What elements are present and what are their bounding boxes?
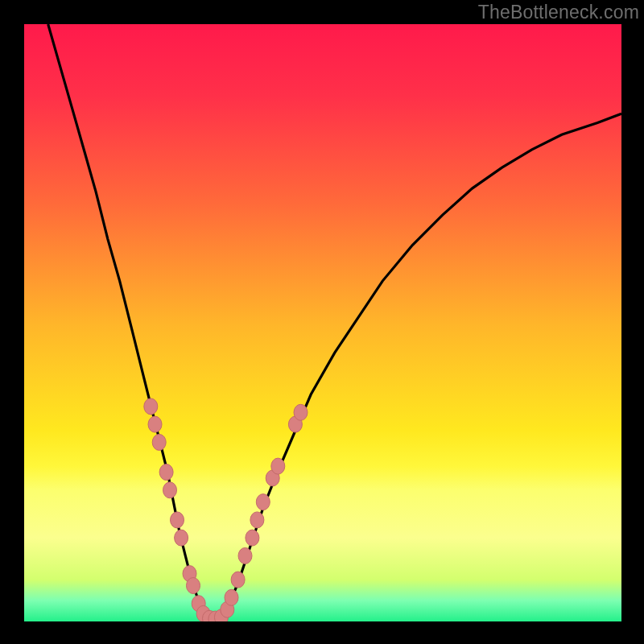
curve-marker: [246, 530, 259, 546]
watermark-text: TheBottleneck.com: [478, 2, 639, 23]
curve-marker: [187, 578, 200, 594]
curve-marker: [163, 482, 177, 498]
curve-marker: [250, 512, 264, 528]
curve-marker: [238, 547, 252, 564]
curve-marker: [148, 416, 162, 432]
curve-marker: [144, 398, 158, 415]
curve-marker: [294, 404, 308, 420]
curve-marker: [225, 589, 238, 605]
gradient-background: [24, 24, 621, 621]
curve-marker: [159, 464, 173, 481]
curve-marker: [231, 572, 245, 588]
curve-marker: [256, 494, 270, 510]
curve-marker: [152, 434, 166, 450]
bottleneck-chart: [24, 24, 621, 621]
curve-marker: [175, 530, 188, 546]
curve-marker: [271, 458, 285, 474]
curve-marker: [171, 512, 184, 528]
chart-frame: [24, 24, 621, 621]
